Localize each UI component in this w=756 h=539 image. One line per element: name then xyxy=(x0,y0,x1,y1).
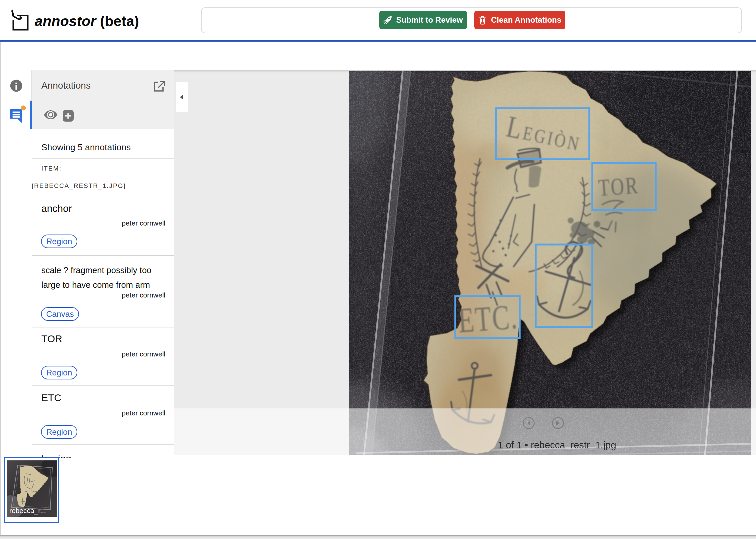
svg-text:ETC.: ETC. xyxy=(457,297,519,340)
svg-text:TOR: TOR xyxy=(598,172,640,201)
svg-text:rebecca_r...: rebecca_r... xyxy=(9,507,46,515)
